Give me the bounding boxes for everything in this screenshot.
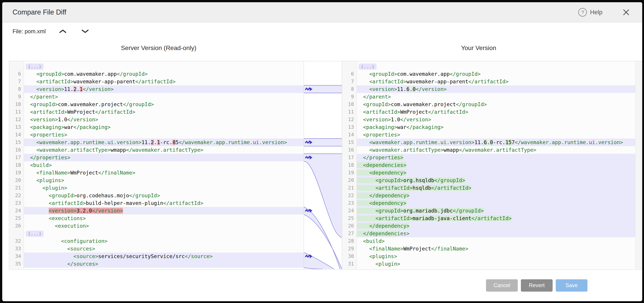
code-line: <version>1.0</version>	[357, 116, 635, 123]
code-line: </sources>	[24, 260, 304, 268]
line-number: 20	[342, 176, 357, 184]
code-line: <build>	[24, 161, 304, 169]
code-line: </dependency>	[357, 222, 635, 230]
chevron-down-icon[interactable]	[80, 28, 90, 35]
line-number: 24	[342, 207, 357, 214]
code-line: <wavemaker.app.runtime.ui.version>11.6.0…	[357, 138, 635, 146]
code-line: <groupId>com.wavemaker.project</groupId>	[357, 100, 635, 108]
code-line: <dependencies>	[357, 161, 635, 169]
collapsed-region-badge[interactable]: (...)	[26, 64, 44, 70]
line-number: 15	[342, 138, 357, 146]
save-button[interactable]: Save	[556, 279, 588, 292]
code-line: <executions>	[24, 214, 304, 222]
code-line: (...)	[357, 62, 635, 70]
right-scrollbar-track[interactable]	[635, 61, 642, 269]
line-number: 23	[342, 199, 357, 207]
code-line: <packaging>war</packaging>	[357, 123, 635, 131]
code-line: <properties>	[357, 131, 635, 138]
dialog-footer: Cancel Revert Save	[2, 270, 642, 301]
merge-change-icon[interactable]	[305, 87, 312, 92]
diff-view: 6789101112131415161718192021222324252632…	[9, 61, 642, 270]
line-number: 33	[9, 245, 24, 252]
code-line: <wavemaker.artifactType>wmapp</wavemaker…	[24, 146, 304, 154]
collapsed-region-badge[interactable]: (...)	[359, 64, 376, 70]
code-line: <packaging>war</packaging>	[24, 123, 304, 131]
line-number: 22	[9, 192, 24, 199]
line-number: 15	[9, 138, 24, 146]
code-line: <version>3.2.0</version>	[24, 207, 304, 214]
code-line: <execution>	[24, 222, 304, 230]
chevron-up-icon[interactable]	[58, 28, 68, 35]
code-line: (...)	[24, 230, 304, 237]
server-version-header: Server Version (Read-only)	[2, 44, 315, 52]
compare-file-diff-dialog: Compare File Diff ? Help File: pom.xml S…	[2, 2, 642, 301]
line-number: 10	[342, 100, 357, 108]
code-line: <artifactId>mariadb-java-client</artifac…	[357, 214, 635, 222]
line-number: 23	[9, 199, 24, 207]
cancel-button[interactable]: Cancel	[486, 279, 518, 292]
right-code-editor[interactable]: (...) <groupId>com.wavemaker.app</groupI…	[357, 61, 635, 269]
line-number: 11	[342, 108, 357, 116]
line-number: 29	[342, 245, 357, 252]
code-line: </parent>	[24, 93, 304, 100]
line-number: 9	[9, 93, 24, 100]
code-line: <dependency>	[357, 169, 635, 176]
code-line: <groupId>org.codehaus.mojo</groupId>	[24, 192, 304, 199]
merge-change-icon[interactable]	[305, 140, 312, 146]
line-number	[9, 62, 24, 70]
code-line: <artifactId>wavemaker-app-parent</artifa…	[24, 78, 304, 85]
your-version-pane: 6789101112131415161718192021222324252627…	[342, 61, 642, 269]
line-number: 31	[342, 260, 357, 268]
line-number: 11	[9, 108, 24, 116]
line-number: 18	[9, 161, 24, 169]
line-number: 7	[9, 78, 24, 85]
line-number: 17	[9, 154, 24, 161]
code-line: <properties>	[24, 131, 304, 138]
close-icon[interactable]	[622, 9, 630, 16]
code-line: <version>11.6.0</version>	[357, 85, 635, 93]
code-line: <plugin>	[24, 184, 304, 192]
line-number: 17	[342, 154, 357, 161]
line-number: 19	[9, 169, 24, 176]
line-number: 21	[9, 184, 24, 192]
code-line: <artifactId>build-helper-maven-plugin</a…	[24, 199, 304, 207]
help-button[interactable]: ? Help	[578, 8, 602, 16]
code-line: <wavemaker.artifactType>wmapp</wavemaker…	[357, 146, 635, 154]
merge-change-icon[interactable]	[305, 155, 312, 161]
line-number: 14	[342, 131, 357, 138]
code-line: <artifactId>wavemaker-app-parent</artifa…	[357, 78, 635, 85]
file-toolbar: File: pom.xml	[2, 22, 642, 40]
line-number	[342, 62, 357, 70]
code-line: <plugins>	[24, 176, 304, 184]
collapsed-region-badge[interactable]: (...)	[26, 230, 44, 237]
merge-change-icon[interactable]	[305, 254, 312, 260]
code-line: </dependencies>	[357, 230, 635, 237]
code-line: <finalName>WmProject</finalName>	[24, 169, 304, 176]
code-line: </parent>	[357, 93, 635, 100]
code-line: <groupId>org.mariadb.jdbc</groupId>	[357, 207, 635, 214]
line-number: 6	[342, 70, 357, 78]
line-number: 12	[9, 116, 24, 123]
dialog-header: Compare File Diff ? Help	[2, 2, 642, 22]
code-line: </properties>	[24, 154, 304, 161]
line-number: 14	[9, 131, 24, 138]
code-line: <plugins>	[357, 252, 635, 260]
code-line: <configuration>	[24, 237, 304, 245]
code-line: <artifactId>WmProject</artifactId>	[357, 108, 635, 116]
code-line: <dependency>	[357, 199, 635, 207]
line-number: 26	[9, 222, 24, 230]
code-line: </dependency>	[357, 192, 635, 199]
question-circle-icon: ?	[578, 8, 587, 16]
line-number: 19	[342, 169, 357, 176]
line-number: 24	[9, 207, 24, 214]
panel-headers: Server Version (Read-only) Your Version	[2, 40, 642, 56]
diff-connector-gutter	[304, 61, 342, 269]
line-number: 8	[9, 85, 24, 93]
code-line: <finalName>WmProject</finalName>	[357, 245, 635, 252]
line-number	[9, 230, 24, 237]
line-number: 7	[342, 78, 357, 85]
code-line: <groupId>org.hsqldb</groupId>	[357, 176, 635, 184]
line-number: 30	[342, 252, 357, 260]
revert-button[interactable]: Revert	[521, 279, 552, 292]
merge-change-icon[interactable]	[305, 208, 312, 214]
